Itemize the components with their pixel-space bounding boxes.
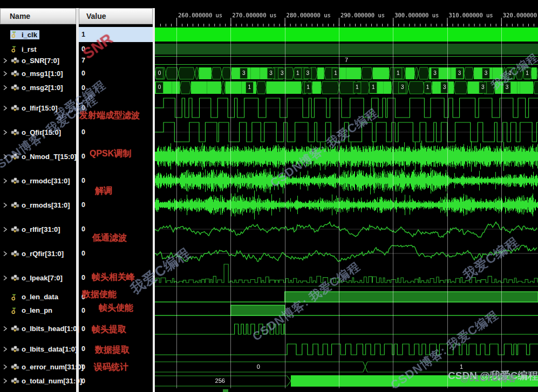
signal-value-2[interactable]: 7 <box>79 56 153 65</box>
signal-value-8[interactable]: 0 <box>79 169 153 192</box>
signal-type-icon <box>11 31 19 38</box>
name-column-header: Name <box>0 8 76 24</box>
signal-value-text: 0 <box>79 307 85 314</box>
signal-type-icon <box>11 250 19 257</box>
signal-value-text: 0 <box>79 70 85 77</box>
signal-value-5[interactable]: 0 <box>79 96 153 120</box>
expander-chevron-icon[interactable] <box>3 58 10 64</box>
signal-row-o-rIfir310[interactable]: o_rIfir[31:0] <box>0 217 76 241</box>
signal-type-icon <box>11 57 19 64</box>
signal-row-o-msg110[interactable]: o_msg1[1:0] <box>0 67 76 80</box>
signal-value-text: 7 <box>79 57 85 64</box>
signal-type-icon <box>11 129 19 136</box>
signal-value-11[interactable]: 0 <box>79 242 153 265</box>
signal-name-label: o_rmods[31:0] <box>22 201 70 209</box>
signal-value-15[interactable]: 0 <box>79 322 153 335</box>
signal-value-10[interactable]: 0 <box>79 217 153 241</box>
signal-value-13[interactable]: 0 <box>79 291 153 303</box>
signal-value-18[interactable]: 0 <box>79 375 153 387</box>
signal-type-icon <box>11 325 19 332</box>
signal-row-i-clk[interactable]: i_clk <box>0 27 76 42</box>
signal-value-0[interactable]: 1 <box>79 27 153 42</box>
signal-name-label: o_Qfir[15:0] <box>22 128 61 136</box>
signal-type-icon <box>11 153 19 160</box>
signal-name-label: o_len_data <box>22 293 58 301</box>
signal-row-o-Ipeak70[interactable]: o_Ipeak[7:0] <box>0 266 76 289</box>
signal-row-o-rmods310[interactable]: o_rmods[31:0] <box>0 193 76 217</box>
signal-row-o-SNR70[interactable]: o_SNR[7:0] <box>0 56 76 65</box>
signal-value-text: 0 <box>79 104 85 112</box>
expander-chevron-icon[interactable] <box>3 71 10 77</box>
expander-chevron-icon[interactable] <box>3 178 10 184</box>
signal-value-text: 0 <box>79 177 85 184</box>
signal-row-o-Qfir150[interactable]: o_Qfir[15:0] <box>0 120 76 144</box>
signal-type-icon <box>11 45 19 53</box>
signal-name-label: o_Nmod_T[15:0] <box>22 153 77 161</box>
signal-row-o-rmodc310[interactable]: o_rmodc[31:0] <box>0 169 76 192</box>
signal-row-o-msg210[interactable]: o_msg2[1:0] <box>0 81 76 94</box>
expander-chevron-icon[interactable] <box>3 85 10 91</box>
expander-chevron-icon[interactable] <box>3 154 10 160</box>
expander-chevron-icon[interactable] <box>3 364 10 370</box>
signal-name-label: o_Ipeak[7:0] <box>22 274 63 282</box>
expander-chevron-icon[interactable] <box>3 251 10 257</box>
signal-value-text: 0 <box>79 363 85 371</box>
signal-name-label: o_Ifir[15:0] <box>22 104 57 112</box>
signal-value-7[interactable]: 0 <box>79 145 153 168</box>
signal-value-9[interactable]: 0 <box>79 193 153 217</box>
expander-chevron-icon[interactable] <box>3 326 10 332</box>
signal-value-text: 0 <box>79 293 85 301</box>
signal-name-label: o_msg2[1:0] <box>22 84 63 92</box>
signal-name-label: o_rIfir[31:0] <box>22 225 60 233</box>
signal-value-14[interactable]: 0 <box>79 304 153 317</box>
value-column-header: Value <box>79 8 153 24</box>
signal-row-o-Ifir150[interactable]: o_Ifir[15:0] <box>0 96 76 120</box>
name-value-splitter[interactable] <box>76 8 79 392</box>
signal-name-label: o_Ibits_head[1:0] <box>22 325 79 333</box>
value-column-label: Value <box>86 12 106 20</box>
panel-wave-splitter[interactable] <box>153 8 155 392</box>
signal-value-text: 0 <box>79 201 85 209</box>
signal-value-16[interactable]: 0 <box>79 342 153 356</box>
signal-name-label: i_clk <box>22 31 37 39</box>
signal-type-icon <box>11 346 19 353</box>
signal-value-text: 0 <box>79 225 85 233</box>
signal-value-text: 0 <box>79 274 85 281</box>
signal-name-label: o_rQfir[31:0] <box>22 250 64 258</box>
expander-chevron-icon[interactable] <box>3 378 10 384</box>
expander-chevron-icon[interactable] <box>3 275 10 281</box>
signal-row-o-error-num310[interactable]: o_error_num[31:0] <box>0 361 76 373</box>
signal-type-icon <box>11 84 19 91</box>
signal-row-i-rst[interactable]: i_rst <box>0 44 76 54</box>
signal-value-12[interactable]: 0 <box>79 266 153 289</box>
signal-value-text: 0 <box>79 45 85 53</box>
expander-chevron-icon[interactable] <box>3 129 10 135</box>
expander-chevron-icon[interactable] <box>3 346 10 352</box>
signal-row-o-Ibits-head10[interactable]: o_Ibits_head[1:0] <box>0 322 76 335</box>
waveform-canvas[interactable] <box>155 0 538 392</box>
expander-chevron-icon[interactable] <box>3 105 10 111</box>
signal-row-o-total-num310[interactable]: o_total_num[31:0] <box>0 375 76 387</box>
signal-name-label: o_SNR[7:0] <box>22 57 59 65</box>
signal-name-label: o_Ibits_data[1:0] <box>22 345 77 353</box>
signal-name-label: o_len_pn <box>22 306 52 314</box>
signal-value-text: 0 <box>79 128 85 136</box>
signal-value-3[interactable]: 0 <box>79 67 153 80</box>
signal-value-1[interactable]: 0 <box>79 44 153 54</box>
signal-row-o-Nmod-T150[interactable]: o_Nmod_T[15:0] <box>0 145 76 168</box>
signal-row-o-len-pn[interactable]: o_len_pn <box>0 304 76 317</box>
signal-row-o-len-data[interactable]: o_len_data <box>0 291 76 303</box>
signal-row-o-rQfir310[interactable]: o_rQfir[31:0] <box>0 242 76 265</box>
signal-value-text: 0 <box>79 153 85 160</box>
signal-name-label: o_rmodc[31:0] <box>22 177 70 185</box>
signal-type-icon <box>11 363 19 370</box>
signal-row-o-Ibits-data10[interactable]: o_Ibits_data[1:0] <box>0 342 76 356</box>
signal-panel: Name Value i_clk i_rst o_SNR[7:0] <box>0 0 155 392</box>
signal-value-4[interactable]: 0 <box>79 81 153 94</box>
expander-chevron-icon[interactable] <box>3 202 10 208</box>
signal-value-17[interactable]: 0 <box>79 361 153 373</box>
expander-chevron-icon[interactable] <box>3 226 10 232</box>
signal-type-icon <box>11 293 19 301</box>
signal-type-icon <box>11 177 19 184</box>
signal-value-6[interactable]: 0 <box>79 120 153 144</box>
